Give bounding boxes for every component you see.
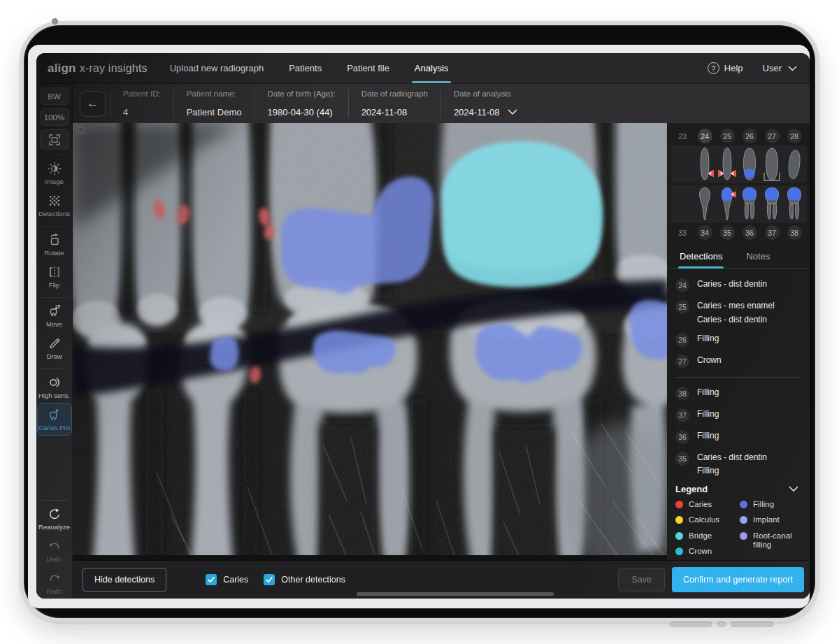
detection-finding: Filling: [697, 334, 719, 344]
tooth-icon-24[interactable]: [694, 146, 716, 183]
undo-icon: [48, 539, 62, 553]
left-toolbar: BW 100%: [36, 84, 73, 599]
patient-info-bar: ← Patient ID: 4 Patient name: Patient De…: [73, 84, 810, 123]
tooth-number-36[interactable]: 36: [743, 225, 757, 240]
tooth-number-badge: 26: [675, 333, 689, 347]
tooth-number-28[interactable]: 28: [787, 129, 802, 143]
tooth-icon-27[interactable]: [761, 146, 783, 183]
tooth-number-27[interactable]: 27: [765, 129, 780, 143]
date-of-analysis-field[interactable]: Date of analysis 2024-11-08: [440, 90, 531, 117]
tool-undo[interactable]: Undo: [38, 535, 71, 566]
tool-rotate[interactable]: Rotate: [38, 229, 71, 260]
tool-high-sensitivity[interactable]: High sens.: [38, 371, 71, 403]
chevron-down-icon[interactable]: [789, 486, 798, 492]
horizontal-scrollbar[interactable]: [357, 592, 554, 596]
user-menu[interactable]: User: [763, 63, 797, 73]
save-button[interactable]: Save: [618, 568, 665, 592]
tooth-chart: 23 24 25 26 27 28: [667, 123, 810, 243]
tooth-number-38[interactable]: 38: [787, 225, 802, 240]
tool-image[interactable]: Image: [38, 157, 71, 189]
detection-row-24[interactable]: 24 Caries - dist dentin: [675, 274, 800, 296]
tooth-number-33[interactable]: 33: [675, 225, 690, 240]
tooth-number-35[interactable]: 35: [720, 225, 735, 240]
tooth-number-37[interactable]: 37: [765, 225, 780, 240]
tab-detections[interactable]: Detections: [678, 250, 724, 268]
date-of-birth-field: Date of birth (Age): 1980-04-30 (44): [254, 90, 347, 117]
tool-detections[interactable]: Detections: [38, 189, 71, 221]
help-button[interactable]: ? Help: [708, 62, 743, 74]
tooth-icon-25[interactable]: [716, 146, 738, 183]
detection-finding: Filling: [697, 388, 719, 398]
tooth-icon-38[interactable]: [783, 186, 805, 222]
detection-row-26[interactable]: 26 Filling: [675, 329, 800, 350]
lower-teeth-row: [671, 185, 807, 223]
draw-pencil-icon: [48, 336, 62, 350]
nav-analysis[interactable]: Analysis: [402, 53, 461, 83]
tab-notes[interactable]: Notes: [745, 250, 771, 268]
tablet-connector-pin: [670, 622, 712, 627]
toolbar-divider: [41, 297, 69, 298]
legend-item-root-canal-filling: Root-canal filling: [740, 531, 800, 550]
tooth-number-badge: 38: [675, 387, 689, 401]
back-arrow-icon: ←: [87, 96, 99, 110]
legend-section: Legend Caries: [667, 477, 810, 560]
logo-rest: x-ray insights: [80, 62, 148, 75]
nav-patients[interactable]: Patients: [276, 53, 334, 83]
hide-detections-button[interactable]: Hide detections: [83, 568, 166, 592]
legend-item-calculus: Calculus: [675, 515, 736, 524]
tablet-connector-pin: [731, 622, 773, 627]
detection-finding: Crown: [697, 356, 722, 366]
tool-reanalyze[interactable]: Reanalyze: [38, 503, 71, 534]
tooth-icon-37[interactable]: [761, 186, 783, 222]
calculus-color-dot: [675, 516, 683, 524]
tooth-number-24[interactable]: 24: [698, 129, 712, 143]
tooth-icon-34[interactable]: [694, 186, 716, 222]
list-divider: [675, 377, 800, 378]
nav-patient-file[interactable]: Patient file: [334, 53, 402, 83]
detection-row-25[interactable]: 25 Caries - mes enamel Caries - dist den…: [675, 296, 800, 329]
tooth-icon-28[interactable]: [783, 146, 805, 183]
detection-row-27[interactable]: 27 Crown: [675, 350, 800, 372]
other-detections-checkbox[interactable]: [264, 574, 275, 585]
tablet-screen: align x-ray insights Upload new radiogra…: [28, 45, 810, 608]
detection-row-38[interactable]: 38 Filling: [675, 382, 800, 404]
tooth-number-25[interactable]: 25: [720, 129, 735, 143]
radiograph-image: [73, 123, 667, 555]
tooth-icon-35[interactable]: [716, 186, 738, 222]
lower-tooth-numbers: 33 34 35 36 37 38: [671, 225, 807, 240]
radiograph-canvas[interactable]: [73, 123, 667, 555]
tooth-number-badge: 27: [675, 355, 689, 368]
detection-row-35[interactable]: 35 Caries - dist dentin Filling: [675, 448, 800, 478]
tooth-icon-36[interactable]: [738, 186, 761, 222]
tool-move[interactable]: Move: [38, 300, 71, 331]
other-detections-checkbox-group[interactable]: Other detections: [264, 574, 345, 585]
legend-item-implant: Implant: [740, 515, 800, 524]
bw-mode-button[interactable]: BW: [40, 87, 69, 105]
tool-draw[interactable]: Draw: [38, 332, 71, 364]
radiograph-viewport[interactable]: [73, 123, 667, 560]
caries-checkbox-group[interactable]: Caries: [206, 574, 248, 585]
detection-row-37[interactable]: 37 Filling: [675, 404, 800, 426]
caries-checkbox[interactable]: [206, 574, 217, 585]
tooth-number-26[interactable]: 26: [743, 129, 757, 143]
zoom-level-button[interactable]: 100%: [40, 108, 69, 126]
fit-to-screen-button[interactable]: [40, 129, 69, 150]
legend-header[interactable]: Legend: [675, 480, 800, 500]
caries-pro-icon: [48, 408, 62, 422]
chevron-down-icon: [788, 66, 797, 71]
app-logo: align x-ray insights: [48, 53, 148, 83]
move-tooth-icon: [48, 304, 62, 318]
tool-flip[interactable]: Flip: [38, 261, 71, 292]
confirm-generate-report-button[interactable]: Confirm and generate report: [672, 567, 804, 592]
chevron-down-icon[interactable]: [508, 109, 517, 115]
tool-redo[interactable]: Redo: [38, 567, 71, 599]
tool-caries-pro[interactable]: Caries Pro: [38, 403, 71, 435]
detection-row-36[interactable]: 36 Filling: [675, 426, 800, 448]
reanalyze-icon: [48, 507, 62, 521]
nav-upload-new-radiograph[interactable]: Upload new radiograph: [157, 53, 276, 83]
tooth-icon-26[interactable]: [738, 146, 761, 183]
tooth-number-23[interactable]: 23: [675, 129, 690, 143]
detection-finding: Caries - dist dentin: [697, 315, 775, 325]
back-button[interactable]: ←: [80, 91, 106, 117]
tooth-number-34[interactable]: 34: [698, 225, 712, 240]
